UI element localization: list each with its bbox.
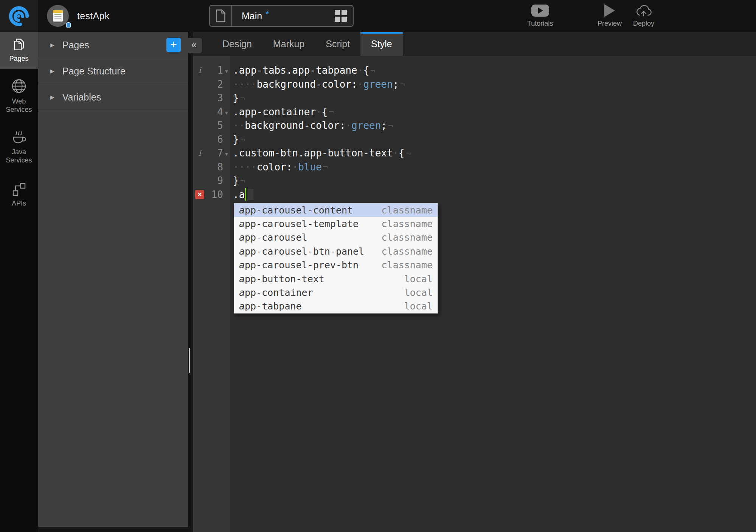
left-rail: Pages Web Services Java Services APIs bbox=[0, 32, 38, 532]
expand-arrow-icon[interactable]: ▶ bbox=[50, 68, 54, 74]
completion-item[interactable]: app-carousel-btn-panel classname bbox=[234, 244, 438, 258]
completion-item[interactable]: app-carousel-prev-btn classname bbox=[234, 258, 438, 272]
line-number: 10 bbox=[206, 189, 223, 200]
code-text[interactable]: }¬ bbox=[233, 175, 245, 186]
code-text[interactable]: .custom-btn.app-button-text·{¬ bbox=[233, 147, 411, 159]
code-line[interactable]: i 7 ▼ .custom-btn.app-button-text·{¬ bbox=[193, 146, 756, 160]
panel-scrollbar-thumb[interactable] bbox=[189, 348, 190, 373]
completion-item[interactable]: app-carousel classname bbox=[234, 231, 438, 244]
rail-item-apis[interactable]: APIs bbox=[0, 177, 38, 213]
completion-name: app-carousel-content bbox=[239, 205, 353, 216]
code-line[interactable]: 4 ▼ .app-container·{¬ bbox=[193, 105, 756, 119]
api-connector-icon bbox=[12, 182, 26, 196]
app-db-icon bbox=[66, 22, 71, 28]
code-text[interactable]: ····background-color:·green;¬ bbox=[233, 79, 405, 90]
code-line[interactable]: 8 ····color:·blue¬ bbox=[193, 160, 756, 174]
line-number: 6 bbox=[206, 134, 223, 145]
expand-arrow-icon[interactable]: ▶ bbox=[50, 94, 54, 100]
code-line[interactable]: 6 }¬ bbox=[193, 133, 756, 147]
fold-arrow-icon[interactable]: ▼ bbox=[223, 149, 230, 157]
youtube-icon bbox=[531, 5, 549, 17]
expand-arrow-icon[interactable]: ▶ bbox=[50, 42, 54, 48]
completion-item[interactable]: app-carousel-template classname bbox=[234, 217, 438, 230]
top-bar: testApk Main * Tutorials Preview Deploy bbox=[0, 0, 756, 32]
section-label: Pages bbox=[62, 40, 89, 51]
section-label: Variables bbox=[62, 92, 101, 103]
info-icon[interactable]: i bbox=[193, 148, 206, 158]
page-type-cell[interactable] bbox=[210, 6, 232, 26]
completion-kind: classname bbox=[382, 246, 433, 257]
completion-kind: classname bbox=[382, 232, 433, 243]
file-icon bbox=[216, 9, 226, 23]
code-text[interactable]: }¬ bbox=[233, 134, 245, 145]
app-title: testApk bbox=[77, 0, 109, 32]
rail-label: Web Services bbox=[2, 97, 36, 114]
line-number: 5 bbox=[206, 120, 223, 131]
section-pages[interactable]: ▶ Pages + bbox=[38, 32, 188, 58]
line-number: 8 bbox=[206, 161, 223, 173]
app-avatar[interactable] bbox=[47, 5, 69, 27]
code-text[interactable]: .app-container·{¬ bbox=[233, 106, 334, 118]
completion-kind: local bbox=[404, 274, 433, 285]
rail-item-web-services[interactable]: Web Services bbox=[0, 73, 38, 119]
section-page-structure[interactable]: ▶ Page Structure bbox=[38, 58, 188, 84]
completion-kind: local bbox=[404, 301, 433, 312]
completion-name: app-carousel-prev-btn bbox=[239, 260, 359, 271]
play-icon bbox=[604, 4, 615, 17]
rail-label: Pages bbox=[2, 55, 36, 63]
brand-logo[interactable] bbox=[0, 0, 38, 32]
code-line[interactable]: 5 ··background-color:·green;¬ bbox=[193, 119, 756, 133]
open-page-tab[interactable]: Main * bbox=[209, 5, 354, 27]
completion-item[interactable]: app-tabpane local bbox=[234, 300, 438, 313]
section-variables[interactable]: ▶ Variables bbox=[38, 84, 188, 110]
add-page-button[interactable]: + bbox=[166, 38, 181, 52]
completion-kind: local bbox=[404, 287, 433, 298]
open-page-title: Main bbox=[242, 11, 262, 22]
completion-item[interactable]: app-button-text local bbox=[234, 272, 438, 286]
completion-item[interactable]: app-container local bbox=[234, 286, 438, 299]
code-line[interactable]: i 1 ▼ .app-tabs.app-tabpane·{¬ bbox=[193, 63, 756, 77]
code-line[interactable]: ✕ 10 .a bbox=[193, 188, 756, 202]
autocomplete-popup: app-carousel-content classname app-carou… bbox=[234, 203, 438, 314]
completion-item[interactable]: app-carousel-content classname bbox=[234, 203, 438, 217]
line-number: 2 bbox=[206, 79, 223, 90]
preview-label: Preview bbox=[598, 20, 622, 28]
tab-style[interactable]: Style bbox=[360, 32, 403, 56]
completion-kind: classname bbox=[382, 205, 433, 216]
deploy-button[interactable]: Deploy bbox=[619, 4, 668, 28]
code-text[interactable]: .a bbox=[233, 188, 253, 201]
tab-script[interactable]: Script bbox=[315, 32, 360, 56]
code-text[interactable]: ··background-color:·green;¬ bbox=[233, 120, 393, 131]
editor-tab-bar: Design Markup Script Style bbox=[193, 32, 756, 56]
pages-grid-icon[interactable] bbox=[335, 10, 347, 22]
tutorials-button[interactable]: Tutorials bbox=[515, 4, 565, 28]
code-line[interactable]: 2 ····background-color:·green;¬ bbox=[193, 77, 756, 91]
line-number: 4 bbox=[206, 106, 223, 118]
rail-item-pages[interactable]: Pages bbox=[0, 32, 38, 69]
fold-arrow-icon[interactable]: ▼ bbox=[223, 108, 230, 116]
code-area[interactable]: i 1 ▼ .app-tabs.app-tabpane·{¬ 2 ····bac… bbox=[193, 63, 756, 201]
rail-label: Java Services bbox=[2, 148, 36, 164]
code-text[interactable]: ····color:·blue¬ bbox=[233, 161, 328, 173]
unsaved-changes-marker: * bbox=[265, 9, 269, 23]
fold-arrow-icon[interactable]: ▼ bbox=[223, 66, 230, 74]
rail-label: APIs bbox=[2, 200, 36, 208]
code-line[interactable]: 3 }¬ bbox=[193, 91, 756, 105]
app-doc-icon bbox=[53, 10, 63, 22]
section-label: Page Structure bbox=[62, 66, 126, 77]
completion-name: app-tabpane bbox=[239, 301, 302, 312]
code-line[interactable]: 9 }¬ bbox=[193, 174, 756, 188]
completion-name: app-button-text bbox=[239, 274, 324, 285]
rail-item-java-services[interactable]: Java Services bbox=[0, 123, 38, 170]
tab-markup[interactable]: Markup bbox=[262, 32, 315, 56]
collapse-panel-button[interactable]: « bbox=[186, 38, 202, 53]
tab-design[interactable]: Design bbox=[212, 32, 262, 56]
completion-name: app-carousel-template bbox=[239, 218, 359, 229]
code-text[interactable]: }¬ bbox=[233, 92, 245, 104]
code-text[interactable]: .app-tabs.app-tabpane·{¬ bbox=[233, 65, 375, 76]
completion-kind: classname bbox=[382, 260, 433, 271]
deploy-label: Deploy bbox=[633, 20, 654, 28]
info-icon[interactable]: i bbox=[193, 66, 206, 75]
error-icon[interactable]: ✕ bbox=[195, 190, 204, 199]
panel-splitter[interactable] bbox=[188, 32, 193, 532]
